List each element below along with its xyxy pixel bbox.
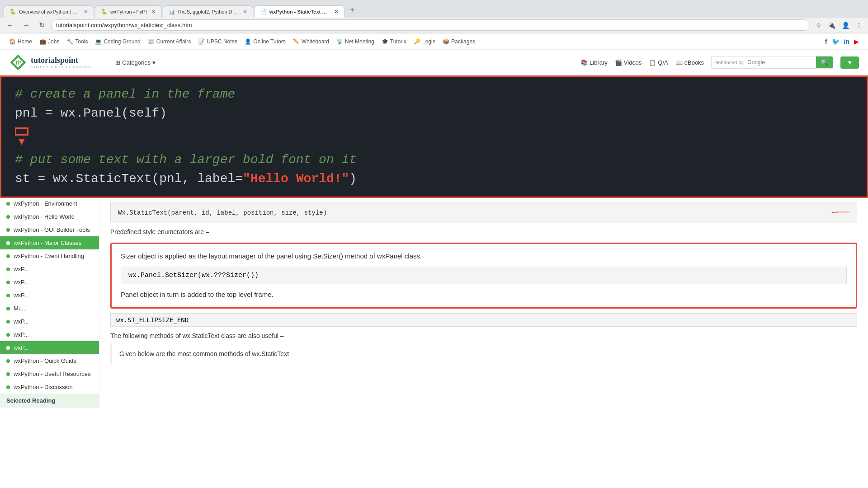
constructor-code: Wx.StaticText(parent, id, label, positio…: [118, 209, 327, 216]
twitter-icon[interactable]: 🐦: [832, 38, 840, 45]
sidebar-item-6[interactable]: wxP...: [0, 263, 99, 276]
code-block-top: # create a panel in the frame pnl = wx.P…: [1, 77, 867, 127]
extension-button[interactable]: 🔌: [826, 21, 838, 30]
linkedin-icon[interactable]: in: [844, 38, 849, 45]
inner-annotation-box: ▼: [15, 127, 28, 136]
nav-home[interactable]: 🏠 Home: [9, 38, 32, 45]
menu-button[interactable]: ⋮: [854, 21, 864, 30]
code-line-1: # create a panel in the frame: [15, 85, 853, 104]
reload-button[interactable]: ↻: [36, 20, 47, 30]
sidebar-label-discussion: wxPython - Discussion: [14, 384, 73, 390]
tab-1-favicon: 🐍: [9, 9, 16, 15]
sidebar-dot: [6, 215, 10, 219]
sidebar-item-majorclasses[interactable]: wxPython - Major Classes: [0, 236, 99, 249]
new-tab-button[interactable]: +: [345, 3, 359, 18]
code-comment-1: # create a panel in the frame: [15, 87, 235, 101]
tab-1[interactable]: 🐍 Overview of wxPython | wxPy... ✕: [4, 5, 94, 18]
sidebar-item-helloworld[interactable]: wxPython - Hello World: [0, 210, 99, 223]
library-icon: 📚: [580, 59, 588, 66]
grid-icon: ⊞: [115, 59, 120, 66]
back-button[interactable]: ←: [4, 20, 16, 30]
selected-reading-label[interactable]: Selected Reading: [0, 394, 99, 408]
nav-current-affairs[interactable]: 📰 Current Affairs: [148, 38, 191, 45]
logo[interactable]: TP tutorialspoint SIMPLY EASY LEARNING: [9, 53, 92, 71]
sidebar-item-resources[interactable]: wxPython - Useful Resources: [0, 367, 99, 380]
sidebar-dot: [6, 294, 10, 297]
annotation-text-2: Panel object in turn is added to the top…: [121, 290, 847, 300]
tab-3-close[interactable]: ✕: [243, 9, 247, 15]
qa-link[interactable]: 📋 Q/A: [649, 59, 668, 66]
qa-icon: 📋: [649, 59, 656, 66]
address-input[interactable]: [51, 19, 810, 31]
logo-text-group: tutorialspoint SIMPLY EASY LEARNING: [31, 56, 92, 69]
profile-button[interactable]: 👤: [840, 21, 852, 30]
nav-packages[interactable]: 📦 Packages: [443, 38, 475, 45]
sidebar-item-quickguide[interactable]: wxPython - Quick Guide: [0, 354, 99, 367]
videos-link[interactable]: 🎬 Videos: [615, 59, 642, 66]
library-link[interactable]: 📚 Library: [580, 59, 608, 66]
content-area: In wxPython, wx.StaticText class object …: [99, 179, 868, 412]
sidebar-item-discussion[interactable]: wxPython - Discussion: [0, 380, 99, 394]
bookmark-button[interactable]: ☆: [813, 21, 824, 30]
tab-2-close[interactable]: ✕: [151, 9, 156, 15]
forward-button[interactable]: →: [20, 20, 33, 30]
categories-button[interactable]: ⊞ Categories ▾: [110, 57, 161, 68]
sidebar-label-mu: Mu...: [14, 305, 27, 312]
sidebar-item-10[interactable]: wxP...: [0, 315, 99, 328]
nav-netmeeting[interactable]: 📡 Net Meeting: [336, 38, 374, 45]
header-right: 📚 Library 🎬 Videos 📋 Q/A 📖 eBooks enhanc…: [580, 56, 859, 69]
nav-tutorix[interactable]: 🎓 Tutorix: [382, 38, 406, 45]
code-comment-2: # put some text with a larger bold font …: [15, 153, 357, 167]
annotation-box: Sizer object is applied as the layout ma…: [110, 243, 857, 309]
sidebar-item-green[interactable]: wxP...: [0, 341, 99, 354]
nav-whiteboard[interactable]: ✏️ Whiteboard: [293, 38, 329, 45]
youtube-icon[interactable]: ▶: [854, 38, 859, 45]
sidebar-item-mu[interactable]: Mu...: [0, 302, 99, 315]
jobs-icon: 💼: [39, 38, 46, 45]
search-input[interactable]: [744, 57, 816, 67]
whiteboard-icon: ✏️: [293, 38, 300, 45]
tab-1-close[interactable]: ✕: [84, 9, 88, 15]
sidebar-label-quickguide: wxPython - Quick Guide: [14, 357, 76, 364]
code-highlight-overlay: # create a panel in the frame pnl = wx.P…: [0, 75, 868, 198]
facebook-icon[interactable]: f: [825, 38, 827, 45]
sidebar-item-environment[interactable]: wxPython - Environment: [0, 197, 99, 210]
search-button[interactable]: 🔍: [816, 56, 833, 68]
tab-3-title: RxJS, ggplot2, Python Data P...: [178, 9, 238, 14]
code-statictext: st = wx.StaticText(pnl, label="Hello Wor…: [15, 172, 357, 186]
sidebar-item-11[interactable]: wxP...: [0, 328, 99, 341]
nav-upsc[interactable]: 📝 UPSC Notes: [198, 38, 237, 45]
nav-coding-ground[interactable]: 💻 Coding Ground: [95, 38, 140, 45]
nav-jobs[interactable]: 💼 Jobs: [39, 38, 59, 45]
sidebar-dot: [6, 346, 10, 350]
sidebar: wxPython - Introduction wxPython - Envir…: [0, 179, 99, 412]
nav-tutors[interactable]: 👤 Online Tutors: [245, 38, 285, 45]
sidebar-label-8: wxP...: [14, 292, 29, 299]
nav-login[interactable]: 🔑 Login: [414, 38, 435, 45]
methods-desc-box: Given below are the most common methods …: [110, 343, 857, 365]
sidebar-dot: [6, 202, 10, 206]
sidebar-dot: [6, 320, 10, 324]
browser-chrome: 🐍 Overview of wxPython | wxPy... ✕ 🐍 wxP…: [0, 0, 868, 33]
ebooks-link[interactable]: 📖 eBooks: [675, 59, 704, 66]
sidebar-item-guibuilder[interactable]: wxPython - GUI Builder Tools: [0, 223, 99, 236]
sidebar-item-7[interactable]: wxP...: [0, 276, 99, 289]
nav-tools[interactable]: 🔧 Tools: [66, 38, 88, 45]
site-header: TP tutorialspoint SIMPLY EASY LEARNING ⊞…: [0, 50, 868, 75]
browser-actions: ☆ 🔌 👤 ⋮: [813, 21, 864, 30]
code-line-3: # put some text with a larger bold font …: [15, 150, 853, 169]
logo-subtitle: SIMPLY EASY LEARNING: [31, 65, 92, 69]
sidebar-label-11: wxP...: [14, 331, 29, 338]
sidebar-item-eventhandling[interactable]: wxPython - Event Handling: [0, 249, 99, 263]
sidebar-item-8[interactable]: wxP...: [0, 289, 99, 302]
tab-3[interactable]: 📊 RxJS, ggplot2, Python Data P... ✕: [163, 5, 253, 18]
cta-button[interactable]: ▼: [840, 56, 859, 69]
tab-2[interactable]: 🐍 wxPython - PyPI ✕: [95, 5, 162, 18]
header-nav: ⊞ Categories ▾: [110, 57, 161, 68]
code-line-4: st = wx.StaticText(pnl, label="Hello Wor…: [15, 169, 853, 188]
tab-4-close[interactable]: ✕: [334, 9, 339, 15]
video-icon: 🎬: [615, 59, 622, 66]
tab-bar: 🐍 Overview of wxPython | wxPy... ✕ 🐍 wxP…: [0, 0, 868, 18]
tab-3-favicon: 📊: [169, 9, 175, 15]
tab-4[interactable]: 📄 wxPython - StaticText Class - ✕: [254, 5, 344, 18]
